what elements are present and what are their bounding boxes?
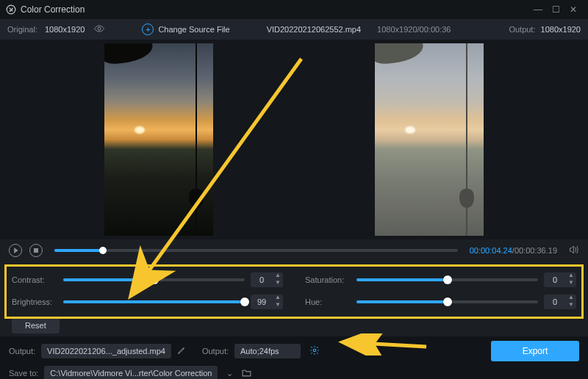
brightness-value: 99: [251, 297, 273, 306]
stop-button[interactable]: [29, 244, 43, 257]
saturation-value-box[interactable]: 0 ▲▼: [544, 272, 576, 287]
svg-point-1: [98, 27, 101, 30]
save-path-dropdown-icon[interactable]: ⌄: [223, 369, 236, 378]
timeline-scrubber[interactable]: [54, 249, 458, 252]
preview-original: [104, 43, 213, 236]
hue-slider[interactable]: [356, 300, 538, 303]
window-title: Color Correction: [21, 4, 85, 15]
export-button[interactable]: Export: [491, 341, 579, 361]
contrast-label: Contrast:: [12, 275, 57, 284]
preview-toggle-icon[interactable]: [93, 24, 105, 35]
saturation-slider[interactable]: [356, 278, 538, 281]
output-dims: 1080x1920: [541, 25, 581, 34]
output-format-value[interactable]: Auto;24fps: [234, 344, 301, 358]
timeline-knob[interactable]: [99, 247, 107, 254]
timecode: 00:00:04.24/00:00:36.19: [470, 246, 557, 255]
transport-bar: 00:00:04.24/00:00:36.19: [0, 239, 588, 261]
output-settings-icon[interactable]: [309, 345, 320, 357]
contrast-value-box[interactable]: 0 ▲▼: [251, 272, 283, 287]
save-to-label: Save to:: [9, 369, 38, 378]
brightness-slider[interactable]: [63, 300, 245, 303]
play-button[interactable]: [9, 244, 22, 257]
brightness-label: Brightness:: [12, 297, 57, 306]
output-name-label: Output:: [9, 347, 35, 355]
saturation-step-down[interactable]: ▼: [566, 280, 576, 287]
contrast-control: Contrast: 0 ▲▼: [12, 269, 283, 291]
hue-control: Hue: 0 ▲▼: [305, 291, 576, 313]
saturation-control: Saturation: 0 ▲▼: [305, 269, 576, 291]
maximize-button[interactable]: ☐: [547, 4, 564, 15]
plus-icon: +: [142, 24, 154, 35]
contrast-step-down[interactable]: ▼: [273, 280, 283, 287]
source-info-bar: Original: 1080x1920 + Change Source File…: [0, 19, 588, 40]
close-button[interactable]: ✕: [564, 4, 582, 15]
contrast-value: 0: [251, 275, 273, 284]
app-logo-icon: [6, 4, 16, 15]
time-total: /00:00:36.19: [512, 246, 557, 255]
volume-icon[interactable]: [569, 245, 579, 256]
brightness-step-down[interactable]: ▼: [273, 302, 283, 309]
source-dims-duration: 1080x1920/00:00:36: [377, 25, 451, 34]
svg-point-3: [313, 349, 316, 352]
hue-step-down[interactable]: ▼: [566, 302, 576, 309]
browse-folder-icon[interactable]: [242, 369, 251, 378]
save-path: C:\Vidmore\Vidmore Vi...rter\Color Corre…: [44, 366, 218, 379]
original-label: Original:: [7, 25, 37, 34]
title-bar: Color Correction — ☐ ✕: [0, 0, 588, 19]
hue-label: Hue:: [305, 297, 351, 306]
preview-adjusted: [375, 43, 484, 236]
saturation-label: Saturation:: [305, 275, 351, 284]
timeline-fill: [54, 249, 103, 252]
output-format-label: Output:: [202, 347, 229, 355]
change-source-label: Change Source File: [158, 25, 229, 34]
adjustment-panel: Contrast: 0 ▲▼ Saturation: 0 ▲▼ Brightne…: [0, 261, 588, 336]
hue-value: 0: [544, 297, 566, 306]
svg-rect-2: [34, 248, 38, 253]
contrast-slider[interactable]: [63, 278, 245, 281]
source-filename: VID20220212062552.mp4: [267, 25, 361, 34]
reset-button[interactable]: Reset: [12, 317, 60, 333]
saturation-value: 0: [544, 275, 566, 284]
output-label: Output:: [509, 25, 535, 34]
bottom-bar: Output: VID2022021206..._adjusted.mp4 Ou…: [0, 336, 588, 379]
brightness-control: Brightness: 99 ▲▼: [12, 291, 283, 313]
rename-output-icon[interactable]: [177, 346, 186, 356]
change-source-button[interactable]: + Change Source File: [142, 24, 229, 35]
time-current: 00:00:04.24: [470, 246, 512, 255]
hue-value-box[interactable]: 0 ▲▼: [544, 295, 576, 309]
preview-area: [0, 40, 588, 239]
original-dims: 1080x1920: [45, 25, 85, 34]
brightness-value-box[interactable]: 99 ▲▼: [251, 295, 283, 309]
minimize-button[interactable]: —: [529, 4, 547, 15]
output-filename: VID2022021206..._adjusted.mp4: [41, 344, 171, 358]
